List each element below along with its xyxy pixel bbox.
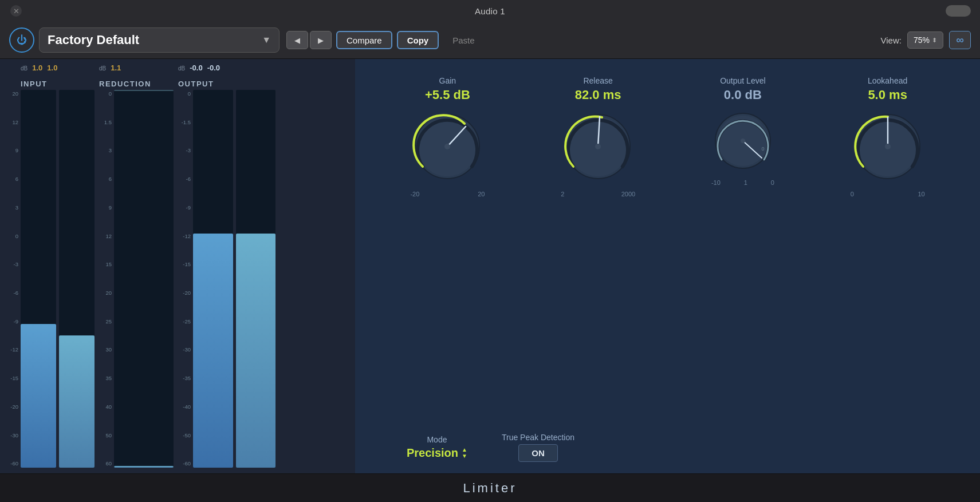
- gain-value: +5.5 dB: [425, 88, 470, 102]
- view-select[interactable]: 75% ⬍: [907, 31, 943, 49]
- title-bar: ✕ Audio 1: [0, 0, 980, 22]
- toolbar-right: View: 75% ⬍ ∞: [881, 31, 971, 49]
- reduction-bar: [114, 466, 174, 468]
- lookahead-knob[interactable]: [851, 109, 925, 184]
- forward-icon: ▶: [318, 36, 324, 45]
- input-bar-left: [21, 324, 56, 468]
- gain-knob-group: Gain +5.5 dB -20: [410, 76, 485, 197]
- input-bars: [21, 90, 95, 468]
- toolbar: ⏻ Factory Default ▼ ◀ ▶ Compare Copy Pas…: [0, 22, 980, 59]
- lookahead-value: 5.0 ms: [868, 88, 907, 102]
- meter-panel: dB 1.0 1.0 INPUT 20 12 9 6 3: [0, 59, 355, 473]
- release-label: Release: [583, 76, 612, 85]
- reduction-val: 1.1: [111, 64, 121, 72]
- preset-label: Factory Default: [48, 33, 139, 48]
- true-peak-group: True Peak Detection ON: [502, 433, 574, 462]
- lookahead-label: Lookahead: [868, 76, 907, 85]
- output-val2: -0.0: [207, 64, 220, 72]
- output-bar-left: [193, 234, 233, 468]
- preset-dropdown[interactable]: Factory Default ▼: [39, 27, 280, 53]
- main-window: ✕ Audio 1 ⏻ Factory Default ▼ ◀ ▶ Compar…: [0, 0, 980, 502]
- output-level-label: Output Level: [720, 76, 765, 85]
- output-scale: 0 -1.5 -3 -6 -9 -12 -15 -20 -25 -30 -35 …: [178, 90, 191, 468]
- gain-label: Gain: [439, 76, 456, 85]
- svg-point-3: [444, 144, 450, 149]
- reduction-label: REDUCTION: [99, 80, 151, 88]
- svg-text:0: 0: [761, 146, 764, 152]
- nav-forward-button[interactable]: ▶: [310, 31, 332, 49]
- paste-button[interactable]: Paste: [443, 31, 483, 49]
- mode-arrows-icon: ▲ ▼: [462, 447, 467, 459]
- mode-value: Precision: [407, 446, 458, 460]
- view-label: View:: [881, 35, 902, 45]
- footer-title: Limiter: [463, 481, 517, 496]
- lookahead-range: 0 10: [851, 191, 925, 197]
- link-icon: ∞: [956, 34, 964, 46]
- output-bar-right: [236, 234, 276, 468]
- reduction-db-label: dB: [99, 65, 106, 72]
- input-label: INPUT: [21, 80, 48, 88]
- release-value: 82.0 ms: [575, 88, 621, 102]
- input-bar-right: [59, 335, 95, 468]
- mode-label: Mode: [427, 435, 447, 444]
- gain-knob[interactable]: [410, 109, 485, 184]
- output-level-value: 0.0 dB: [724, 88, 762, 102]
- power-button[interactable]: ⏻: [9, 27, 34, 53]
- copy-button[interactable]: Copy: [397, 31, 439, 49]
- svg-point-7: [595, 144, 601, 149]
- reduction-bars: [114, 90, 174, 468]
- nav-buttons: ◀ ▶: [286, 31, 332, 49]
- nav-back-button[interactable]: ◀: [286, 31, 308, 49]
- link-button[interactable]: ∞: [949, 31, 971, 49]
- output-label: OUTPUT: [178, 80, 214, 88]
- close-icon: ✕: [13, 7, 19, 15]
- window-toggle[interactable]: [946, 5, 971, 17]
- output-level-knob-group: Output Level 0.0 dB 0 -10: [711, 76, 774, 186]
- knobs-row: Gain +5.5 dB -20: [372, 70, 963, 424]
- plugin-panel: Gain +5.5 dB -20: [355, 59, 980, 473]
- mode-select[interactable]: Precision ▲ ▼: [407, 446, 467, 460]
- output-level-knob[interactable]: 0: [711, 109, 774, 172]
- lookahead-knob-group: Lookahead 5.0 ms 0 10: [851, 76, 925, 197]
- output-level-range: -10 1 0: [711, 179, 774, 186]
- mode-group: Mode Precision ▲ ▼: [407, 435, 467, 460]
- input-val1: 1.0: [32, 64, 42, 72]
- output-bars: [193, 90, 275, 468]
- input-val2: 1.0: [47, 64, 57, 72]
- power-icon: ⏻: [17, 34, 27, 46]
- true-peak-value: ON: [532, 448, 545, 458]
- input-db-label: dB: [21, 65, 27, 72]
- output-db-label: dB: [178, 65, 185, 72]
- true-peak-button[interactable]: ON: [518, 444, 558, 462]
- true-peak-label: True Peak Detection: [502, 433, 574, 442]
- compare-button[interactable]: Compare: [336, 31, 392, 49]
- back-icon: ◀: [294, 36, 300, 45]
- main-area: dB 1.0 1.0 INPUT 20 12 9 6 3: [0, 59, 980, 473]
- release-knob-group: Release 82.0 ms 2 2000: [561, 76, 635, 197]
- svg-point-11: [741, 139, 745, 143]
- output-val1: -0.0: [190, 64, 202, 72]
- view-arrow-icon: ⬍: [932, 37, 937, 44]
- release-knob[interactable]: [561, 109, 635, 184]
- gain-range: -20 20: [410, 191, 485, 197]
- reduction-scale: 0 1.5 3 6 9 12 15 20 25 30 35 40: [99, 90, 112, 468]
- release-range: 2 2000: [561, 191, 635, 197]
- bottom-controls: Mode Precision ▲ ▼ True Peak Detection O…: [372, 424, 963, 462]
- svg-point-16: [885, 144, 891, 149]
- window-title: Audio 1: [475, 6, 505, 16]
- footer: Limiter: [0, 473, 980, 502]
- input-scale: 20 12 9 6 3 0 -3 -6 -9 -12 -15 -20: [6, 90, 18, 468]
- close-button[interactable]: ✕: [10, 5, 22, 17]
- dropdown-arrow-icon: ▼: [262, 35, 271, 45]
